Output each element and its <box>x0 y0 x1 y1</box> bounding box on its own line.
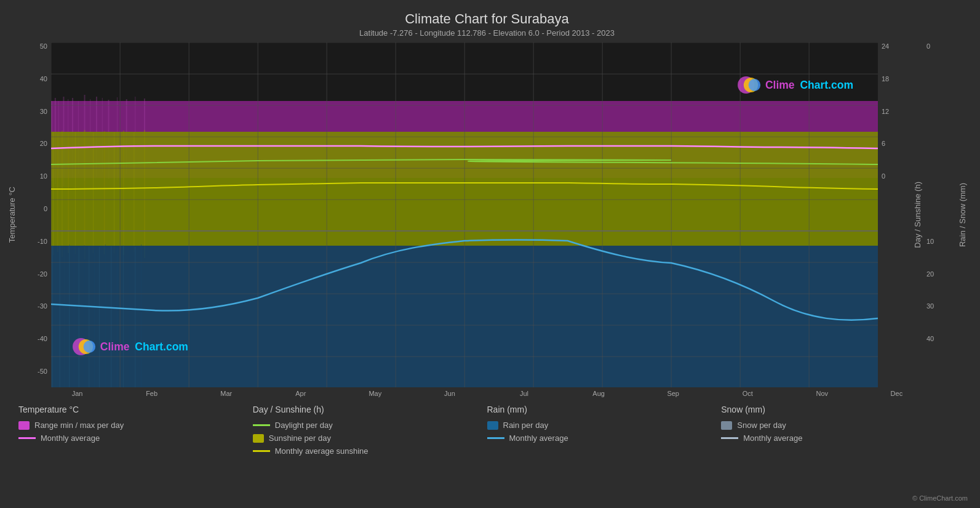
month-apr: Apr <box>263 390 338 397</box>
month-jan: Jan <box>40 390 114 397</box>
legend-col-temperature: Temperature °C Range min / max per day M… <box>18 405 253 456</box>
legend-item-daylight: Daylight per day <box>253 421 487 430</box>
month-mar: Mar <box>189 390 263 397</box>
month-nov: Nov <box>785 390 859 397</box>
y-axis-right2-label: Rain / Snow (mm) <box>958 183 967 247</box>
title-area: Climate Chart for Surabaya Latitude -7.2… <box>6 6 968 40</box>
svg-text:Clime: Clime <box>765 79 795 91</box>
legend-line-temp-avg <box>18 437 36 439</box>
chart-svg: Clime Chart.com Clime Chart.com <box>51 42 878 387</box>
month-dec: Dec <box>859 390 934 397</box>
legend-item-snow-avg: Monthly average <box>721 433 955 443</box>
legend-header-sunshine: Day / Sunshine (h) <box>253 405 487 414</box>
y-axis-right2: 0 . . . . . 10 20 30 40 . <box>923 42 957 387</box>
legend-label-sunshine-avg: Monthly average sunshine <box>275 446 368 456</box>
legend-swatch-snow <box>721 421 732 430</box>
y-axis-left: 50 40 30 20 10 0 -10 -20 -30 -40 -50 <box>17 42 51 387</box>
legend-label-daylight: Daylight per day <box>275 421 333 430</box>
chart-plot: Clime Chart.com Clime Chart.com <box>51 42 878 387</box>
legend-swatch-temp-range <box>18 421 30 430</box>
legend-col-snow: Snow (mm) Snow per day Monthly average <box>721 405 955 456</box>
legend-swatch-sunshine <box>253 434 264 443</box>
svg-text:Clime: Clime <box>100 341 130 353</box>
month-jun: Jun <box>412 390 487 397</box>
month-may: May <box>338 390 412 397</box>
main-title: Climate Chart for Surabaya <box>6 11 968 27</box>
legend-label-temp-range: Range min / max per day <box>34 421 124 430</box>
legend-line-rain-avg <box>487 437 504 439</box>
legend-item-rain-swatch: Rain per day <box>487 421 722 430</box>
chart-container: Climate Chart for Surabaya Latitude -7.2… <box>0 0 980 508</box>
legend-col-sunshine: Day / Sunshine (h) Daylight per day Suns… <box>253 405 487 456</box>
month-oct: Oct <box>711 390 785 397</box>
legend-item-rain-avg: Monthly average <box>487 433 722 443</box>
legend-header-rain: Rain (mm) <box>487 405 722 414</box>
legend-area: Temperature °C Range min / max per day M… <box>6 397 968 458</box>
y-axis-right1: 24 18 12 6 0 . . . . . . <box>878 42 912 387</box>
y-axis-left-label: Temperature °C <box>7 187 17 243</box>
subtitle: Latitude -7.276 - Longitude 112.786 - El… <box>6 28 968 38</box>
legend-label-temp-avg: Monthly average <box>41 433 100 443</box>
legend-label-snow-avg: Monthly average <box>743 433 802 443</box>
svg-point-79 <box>749 79 760 91</box>
legend-header-temperature: Temperature °C <box>18 405 253 414</box>
legend-item-snow-swatch: Snow per day <box>721 421 955 430</box>
legend-swatch-rain <box>487 421 498 430</box>
legend-item-sunshine-swatch: Sunshine per day <box>253 433 487 443</box>
month-jul: Jul <box>487 390 561 397</box>
month-sep: Sep <box>636 390 711 397</box>
legend-label-sunshine: Sunshine per day <box>269 433 331 443</box>
legend-item-temp-range: Range min / max per day <box>18 421 253 430</box>
legend-item-sunshine-avg: Monthly average sunshine <box>253 446 487 456</box>
legend-label-snow: Snow per day <box>737 421 786 430</box>
legend-line-daylight <box>253 424 270 426</box>
legend-line-sunshine-avg <box>253 450 270 452</box>
month-aug: Aug <box>562 390 636 397</box>
legend-label-rain-avg: Monthly average <box>509 433 568 443</box>
month-feb: Feb <box>114 390 189 397</box>
y-axis-right1-label: Day / Sunshine (h) <box>913 182 922 248</box>
legend-col-rain: Rain (mm) Rain per day Monthly average <box>487 405 722 456</box>
legend-item-temp-avg: Monthly average <box>18 433 253 443</box>
svg-text:Chart.com: Chart.com <box>135 341 188 353</box>
svg-point-84 <box>84 341 95 353</box>
copyright: © ClimeChart.com <box>912 494 968 502</box>
legend-label-rain: Rain per day <box>503 421 549 430</box>
month-labels: Jan Feb Mar Apr May Jun Jul Aug Sep Oct … <box>6 387 968 397</box>
svg-text:Chart.com: Chart.com <box>800 79 853 91</box>
legend-header-snow: Snow (mm) <box>721 405 955 414</box>
legend-line-snow-avg <box>721 437 738 439</box>
